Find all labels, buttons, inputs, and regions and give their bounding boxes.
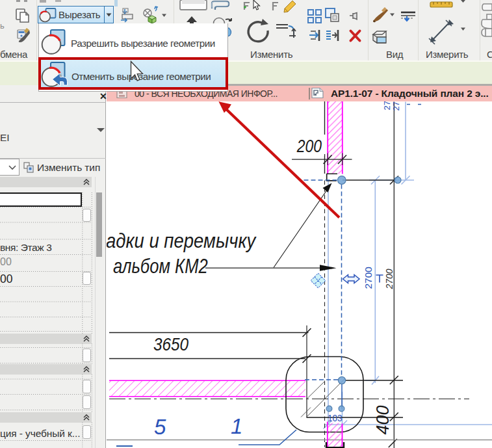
svg-text:270: 270	[382, 101, 392, 111]
svg-text:270: 270	[391, 101, 401, 111]
svg-text:адки и перемычку: адки и перемычку	[107, 229, 257, 252]
svg-text:3650: 3650	[153, 334, 189, 354]
svg-text:400: 400	[373, 405, 393, 434]
svg-text:1: 1	[231, 414, 242, 438]
svg-text:альбом КМ2: альбом КМ2	[113, 254, 208, 277]
svg-text:103: 103	[328, 412, 343, 423]
svg-text:2700: 2700	[384, 269, 395, 289]
svg-text:5: 5	[154, 414, 166, 438]
svg-text:200: 200	[296, 136, 322, 155]
svg-text:2700: 2700	[363, 266, 374, 289]
